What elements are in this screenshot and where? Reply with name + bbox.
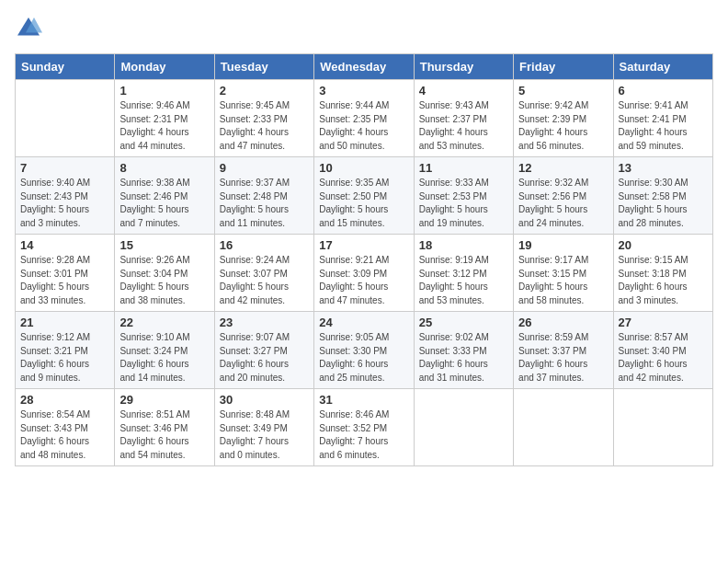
calendar-cell: 26Sunrise: 8:59 AMSunset: 3:37 PMDayligh…: [514, 312, 613, 389]
calendar-cell: 21Sunrise: 9:12 AMSunset: 3:21 PMDayligh…: [16, 312, 115, 389]
day-info: Sunrise: 9:24 AMSunset: 3:07 PMDaylight:…: [220, 254, 309, 307]
calendar-cell: 1Sunrise: 9:46 AMSunset: 2:31 PMDaylight…: [115, 80, 214, 157]
calendar-cell: 14Sunrise: 9:28 AMSunset: 3:01 PMDayligh…: [16, 235, 115, 312]
calendar-cell: 15Sunrise: 9:26 AMSunset: 3:04 PMDayligh…: [115, 235, 214, 312]
calendar-week-5: 28Sunrise: 8:54 AMSunset: 3:43 PMDayligh…: [16, 389, 713, 466]
calendar-cell: 31Sunrise: 8:46 AMSunset: 3:52 PMDayligh…: [314, 389, 414, 466]
day-number: 4: [419, 84, 508, 98]
day-number: 22: [119, 316, 209, 329]
calendar-cell: 30Sunrise: 8:48 AMSunset: 3:49 PMDayligh…: [214, 389, 313, 466]
calendar-cell: 11Sunrise: 9:33 AMSunset: 2:53 PMDayligh…: [414, 157, 513, 235]
day-number: 14: [20, 238, 109, 252]
calendar-cell: [613, 389, 712, 466]
day-info: Sunrise: 8:59 AMSunset: 3:37 PMDaylight:…: [518, 331, 608, 385]
day-number: 15: [119, 238, 209, 252]
day-info: Sunrise: 9:07 AMSunset: 3:27 PMDaylight:…: [220, 331, 309, 385]
day-info: Sunrise: 9:42 AMSunset: 2:39 PMDaylight:…: [518, 99, 608, 153]
day-number: 23: [220, 316, 309, 329]
day-info: Sunrise: 9:15 AMSunset: 3:18 PMDaylight:…: [619, 254, 708, 307]
calendar-cell: 2Sunrise: 9:45 AMSunset: 2:33 PMDaylight…: [214, 80, 313, 157]
day-number: 5: [518, 84, 608, 98]
day-number: 18: [419, 238, 508, 252]
weekday-header-tuesday: Tuesday: [214, 54, 313, 80]
day-info: Sunrise: 9:26 AMSunset: 3:04 PMDaylight:…: [119, 254, 209, 307]
calendar-cell: 29Sunrise: 8:51 AMSunset: 3:46 PMDayligh…: [115, 389, 214, 466]
calendar-cell: 18Sunrise: 9:19 AMSunset: 3:12 PMDayligh…: [414, 235, 513, 312]
logo: [15, 15, 46, 42]
calendar-cell: 8Sunrise: 9:38 AMSunset: 2:46 PMDaylight…: [115, 157, 214, 235]
day-number: 8: [119, 161, 209, 175]
weekday-header-friday: Friday: [514, 54, 613, 80]
day-number: 28: [20, 393, 109, 407]
calendar-cell: 22Sunrise: 9:10 AMSunset: 3:24 PMDayligh…: [115, 312, 214, 389]
weekday-header-sunday: Sunday: [16, 54, 115, 80]
day-number: 1: [119, 84, 209, 98]
day-number: 31: [319, 393, 408, 407]
calendar-cell: 28Sunrise: 8:54 AMSunset: 3:43 PMDayligh…: [16, 389, 115, 466]
day-info: Sunrise: 8:57 AMSunset: 3:40 PMDaylight:…: [619, 331, 708, 385]
day-number: 17: [319, 238, 408, 252]
day-number: 13: [619, 161, 708, 175]
day-number: 30: [220, 393, 309, 407]
day-info: Sunrise: 9:43 AMSunset: 2:37 PMDaylight:…: [419, 99, 508, 153]
day-info: Sunrise: 9:28 AMSunset: 3:01 PMDaylight:…: [20, 254, 109, 307]
day-info: Sunrise: 9:38 AMSunset: 2:46 PMDaylight:…: [119, 177, 209, 230]
day-info: Sunrise: 9:44 AMSunset: 2:35 PMDaylight:…: [319, 99, 408, 153]
day-number: 24: [319, 316, 408, 329]
calendar-week-1: 1Sunrise: 9:46 AMSunset: 2:31 PMDaylight…: [16, 80, 713, 157]
day-number: 27: [619, 316, 708, 329]
calendar-cell: [16, 80, 115, 157]
day-number: 29: [119, 393, 209, 407]
calendar-cell: 12Sunrise: 9:32 AMSunset: 2:56 PMDayligh…: [514, 157, 613, 235]
weekday-header-saturday: Saturday: [613, 54, 712, 80]
day-number: 20: [619, 238, 708, 252]
day-info: Sunrise: 9:21 AMSunset: 3:09 PMDaylight:…: [319, 254, 408, 307]
day-info: Sunrise: 9:30 AMSunset: 2:58 PMDaylight:…: [619, 177, 708, 230]
calendar-cell: 27Sunrise: 8:57 AMSunset: 3:40 PMDayligh…: [613, 312, 712, 389]
weekday-header-wednesday: Wednesday: [314, 54, 414, 80]
day-info: Sunrise: 9:35 AMSunset: 2:50 PMDaylight:…: [319, 177, 408, 230]
day-info: Sunrise: 9:45 AMSunset: 2:33 PMDaylight:…: [220, 99, 309, 153]
weekday-header-thursday: Thursday: [414, 54, 513, 80]
calendar-cell: 4Sunrise: 9:43 AMSunset: 2:37 PMDaylight…: [414, 80, 513, 157]
day-info: Sunrise: 9:12 AMSunset: 3:21 PMDaylight:…: [20, 331, 109, 385]
day-number: 16: [220, 238, 309, 252]
day-number: 3: [319, 84, 408, 98]
day-info: Sunrise: 9:40 AMSunset: 2:43 PMDaylight:…: [20, 177, 109, 230]
calendar-cell: 3Sunrise: 9:44 AMSunset: 2:35 PMDaylight…: [314, 80, 414, 157]
day-info: Sunrise: 9:41 AMSunset: 2:41 PMDaylight:…: [619, 99, 708, 153]
day-info: Sunrise: 9:32 AMSunset: 2:56 PMDaylight:…: [518, 177, 608, 230]
day-info: Sunrise: 9:37 AMSunset: 2:48 PMDaylight:…: [220, 177, 309, 230]
day-number: 26: [518, 316, 608, 329]
page-container: SundayMondayTuesdayWednesdayThursdayFrid…: [0, 0, 728, 476]
calendar-cell: 24Sunrise: 9:05 AMSunset: 3:30 PMDayligh…: [314, 312, 414, 389]
day-number: 9: [220, 161, 309, 175]
day-info: Sunrise: 8:48 AMSunset: 3:49 PMDaylight:…: [220, 408, 309, 462]
day-number: 19: [518, 238, 608, 252]
day-number: 11: [419, 161, 508, 175]
day-info: Sunrise: 9:17 AMSunset: 3:15 PMDaylight:…: [518, 254, 608, 307]
calendar-cell: 13Sunrise: 9:30 AMSunset: 2:58 PMDayligh…: [613, 157, 712, 235]
calendar-cell: 17Sunrise: 9:21 AMSunset: 3:09 PMDayligh…: [314, 235, 414, 312]
day-number: 25: [419, 316, 508, 329]
calendar-cell: 16Sunrise: 9:24 AMSunset: 3:07 PMDayligh…: [214, 235, 313, 312]
calendar-week-3: 14Sunrise: 9:28 AMSunset: 3:01 PMDayligh…: [16, 235, 713, 312]
day-number: 7: [20, 161, 109, 175]
weekday-header-row: SundayMondayTuesdayWednesdayThursdayFrid…: [16, 54, 713, 80]
calendar-cell: 7Sunrise: 9:40 AMSunset: 2:43 PMDaylight…: [16, 157, 115, 235]
day-number: 12: [518, 161, 608, 175]
calendar-cell: [514, 389, 613, 466]
day-info: Sunrise: 8:54 AMSunset: 3:43 PMDaylight:…: [20, 408, 109, 462]
day-number: 6: [619, 84, 708, 98]
calendar-week-4: 21Sunrise: 9:12 AMSunset: 3:21 PMDayligh…: [16, 312, 713, 389]
day-info: Sunrise: 9:46 AMSunset: 2:31 PMDaylight:…: [119, 99, 209, 153]
calendar-cell: 10Sunrise: 9:35 AMSunset: 2:50 PMDayligh…: [314, 157, 414, 235]
logo-icon: [15, 15, 42, 42]
calendar-cell: 25Sunrise: 9:02 AMSunset: 3:33 PMDayligh…: [414, 312, 513, 389]
calendar-week-2: 7Sunrise: 9:40 AMSunset: 2:43 PMDaylight…: [16, 157, 713, 235]
day-info: Sunrise: 8:46 AMSunset: 3:52 PMDaylight:…: [319, 408, 408, 462]
day-info: Sunrise: 9:19 AMSunset: 3:12 PMDaylight:…: [419, 254, 508, 307]
day-info: Sunrise: 9:05 AMSunset: 3:30 PMDaylight:…: [319, 331, 408, 385]
day-info: Sunrise: 9:02 AMSunset: 3:33 PMDaylight:…: [419, 331, 508, 385]
weekday-header-monday: Monday: [115, 54, 214, 80]
